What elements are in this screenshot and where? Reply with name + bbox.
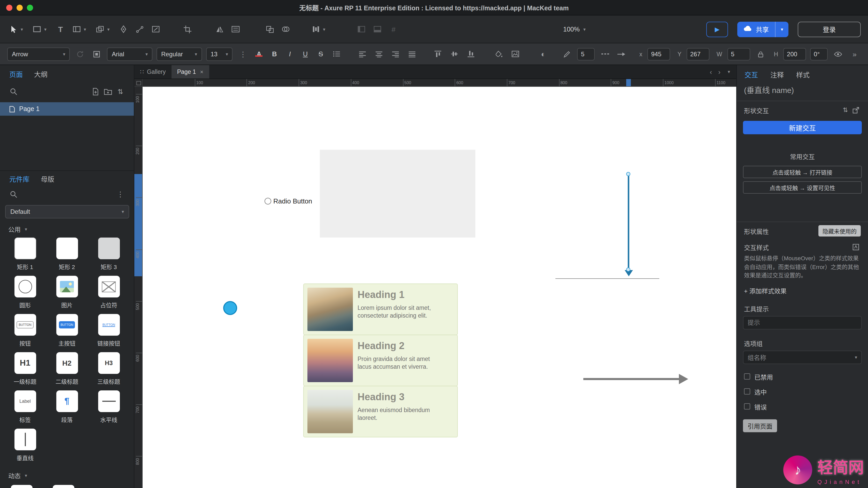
horizontal-line-widget[interactable] xyxy=(555,278,659,279)
slice-tool-icon[interactable] xyxy=(181,23,194,35)
history-forward-icon[interactable]: › xyxy=(718,68,720,76)
valign-middle-icon[interactable] xyxy=(448,48,461,60)
h-input[interactable]: 200 xyxy=(783,48,806,60)
reference-page-button[interactable]: 引用页面 xyxy=(743,419,777,432)
option-group-select[interactable]: 组名称 ▾ xyxy=(743,350,862,364)
line-tool-icon[interactable] xyxy=(149,23,162,35)
page-canvas[interactable]: Radio Button Heading 1 Lorem ipsum dolor… xyxy=(143,87,736,488)
lock-ratio-icon[interactable] xyxy=(754,48,767,60)
tooltip-input[interactable] xyxy=(748,319,857,326)
add-style-effect-link[interactable]: + 添加样式效果 xyxy=(737,280,868,295)
section-dynamic[interactable]: 动态 ▾ xyxy=(0,467,134,482)
font-weight-dropdown[interactable]: Regular▾ xyxy=(157,47,202,61)
tab-interactions[interactable]: 交互 xyxy=(745,69,758,79)
state-checkbox-row[interactable]: 已禁用 xyxy=(744,372,861,381)
tab-pages[interactable]: 页面 xyxy=(9,69,23,79)
widget-tile[interactable]: H3 三级标题 xyxy=(88,352,130,390)
chevron-down-icon[interactable]: ▾ xyxy=(107,27,110,32)
rotation-input[interactable]: 0° xyxy=(810,48,828,60)
zoom-dropdown[interactable]: 100% ▾ xyxy=(559,22,590,36)
hide-unused-button[interactable]: 隐藏未使用的 xyxy=(818,225,861,236)
state-checkbox-row[interactable]: 错误 xyxy=(744,402,861,411)
arrowhead-style-icon[interactable] xyxy=(616,48,628,60)
new-interaction-button[interactable]: 新建交互 xyxy=(743,121,862,134)
widget-tile[interactable]: Label 标签 xyxy=(4,390,46,429)
y-input[interactable]: 267 xyxy=(687,48,709,60)
pane-bottom-icon[interactable] xyxy=(371,23,383,35)
page-tree-item-page1[interactable]: Page 1 xyxy=(0,102,134,116)
tab-widget-library[interactable]: 元件库 xyxy=(9,174,29,184)
share-button[interactable]: 共享 ▾ xyxy=(737,22,788,37)
bold-button[interactable]: B xyxy=(269,50,280,58)
quick-action-button[interactable]: 点击或轻触 → 打开链接 xyxy=(743,166,862,178)
chevron-down-icon[interactable]: ▾ xyxy=(84,27,86,32)
arrow-style-dropdown[interactable]: Arrow▾ xyxy=(7,47,70,61)
widget-tile[interactable]: 占位符 xyxy=(88,276,130,314)
widget-tile[interactable] xyxy=(11,485,33,488)
horizontal-arrow-widget[interactable] xyxy=(583,378,679,380)
style-painter-icon[interactable] xyxy=(74,48,87,60)
close-window-button[interactable] xyxy=(6,4,12,10)
pane-left-icon[interactable] xyxy=(355,23,368,35)
bullet-list-icon[interactable] xyxy=(331,48,343,60)
widget-tile[interactable]: 垂直线 xyxy=(4,429,46,467)
align-center-icon[interactable] xyxy=(373,48,385,60)
widget-tile[interactable] xyxy=(53,485,74,488)
zoom-window-button[interactable] xyxy=(27,4,33,10)
selection-handle-top[interactable] xyxy=(626,172,630,176)
widget-tile[interactable]: H2 二级标题 xyxy=(46,352,88,390)
library-select-dropdown[interactable]: Default ▾ xyxy=(5,205,129,219)
chevron-down-icon[interactable]: ▾ xyxy=(21,27,23,32)
tab-page1[interactable]: Page 1 × xyxy=(172,65,209,78)
widget-tile[interactable]: BUTTON 按钮 xyxy=(4,314,46,352)
w-input[interactable]: 5 xyxy=(727,48,750,60)
open-external-icon[interactable] xyxy=(850,104,861,116)
widget-tile[interactable]: 圆形 xyxy=(4,276,46,314)
ruler-origin-toggle[interactable] xyxy=(134,79,143,87)
selection-handle-bottom[interactable] xyxy=(626,267,630,272)
history-back-icon[interactable]: ‹ xyxy=(710,68,712,76)
tab-masters[interactable]: 母版 xyxy=(41,174,54,184)
preview-button[interactable]: ▶ xyxy=(706,22,728,37)
share-options-chevron[interactable]: ▾ xyxy=(775,22,788,37)
opacity-icon[interactable]: ◐ xyxy=(537,48,550,60)
sort-pages-icon[interactable]: ⇅ xyxy=(114,85,127,98)
search-icon[interactable] xyxy=(7,85,20,98)
library-menu-icon[interactable]: ⋮ xyxy=(114,188,127,200)
widget-tile[interactable]: BUTTON 链接按钮 xyxy=(88,314,130,352)
card-widget[interactable]: Heading 3 Aenean euismod bibendum laoree… xyxy=(303,386,458,437)
align-left-icon[interactable] xyxy=(356,48,369,60)
checkbox[interactable] xyxy=(744,373,750,380)
pen-tool-icon[interactable] xyxy=(117,23,130,35)
section-common[interactable]: 公用 ▾ xyxy=(0,219,134,235)
widget-tile[interactable]: 矩形 1 xyxy=(4,237,46,276)
widget-name-input[interactable] xyxy=(744,86,861,95)
checkbox[interactable] xyxy=(744,403,750,410)
search-icon[interactable] xyxy=(7,188,20,200)
merge-icon[interactable] xyxy=(280,23,292,35)
italic-button[interactable]: I xyxy=(284,50,296,58)
strikethrough-button[interactable]: S xyxy=(315,50,327,58)
font-color-button[interactable]: A xyxy=(253,50,265,58)
close-tab-icon[interactable]: × xyxy=(200,69,203,75)
radio-circle[interactable] xyxy=(265,198,271,204)
tab-gallery[interactable]: ∷ Gallery xyxy=(134,65,172,78)
circle-widget[interactable] xyxy=(223,301,237,315)
vertical-line-widget-selected[interactable] xyxy=(628,174,629,270)
font-family-dropdown[interactable]: Arial▾ xyxy=(107,47,152,61)
card-widget[interactable]: Heading 1 Lorem ipsum dolor sit amet, co… xyxy=(303,284,458,335)
login-button[interactable]: 登录 xyxy=(798,22,861,37)
more-vertical-icon[interactable]: ⋮ xyxy=(237,48,249,60)
border-pen-icon[interactable] xyxy=(561,48,573,60)
fill-bucket-icon[interactable] xyxy=(493,48,505,60)
valign-top-icon[interactable] xyxy=(432,48,444,60)
quick-action-button[interactable]: 点击或轻触 → 设置可见性 xyxy=(743,181,862,194)
widget-tile[interactable]: 矩形 3 xyxy=(88,237,130,276)
visibility-eye-icon[interactable] xyxy=(832,48,844,60)
widget-tile[interactable]: 矩形 2 xyxy=(46,237,88,276)
tab-list-chevron-icon[interactable]: ▾ xyxy=(728,69,730,74)
valign-bottom-icon[interactable] xyxy=(465,48,477,60)
widget-tile[interactable]: BUTTON 主按钮 xyxy=(46,314,88,352)
format-fields-icon[interactable] xyxy=(229,23,242,35)
chevron-down-icon[interactable]: ▾ xyxy=(323,27,325,32)
